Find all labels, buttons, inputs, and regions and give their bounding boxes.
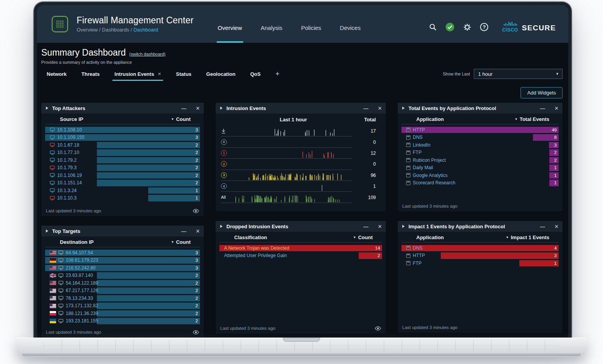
breadcrumb-path[interactable]: Overview / Dashboards /	[77, 27, 133, 33]
minimize-widget-icon[interactable]: —	[181, 228, 186, 234]
column-header-sorted[interactable]: ▼Total Events	[515, 116, 549, 122]
minimize-widget-icon[interactable]: —	[181, 105, 186, 111]
row-link[interactable]: 76.13.234.33	[66, 296, 93, 301]
row-link[interactable]: 10.1.67.18	[57, 142, 79, 148]
row-link[interactable]: 108.61.179.223	[66, 257, 98, 263]
row-count: 1	[196, 196, 198, 200]
close-widget-icon[interactable]: ✕	[378, 224, 382, 229]
row-link[interactable]: 216.52.242.80	[66, 265, 96, 271]
column-header[interactable]: Destination IP	[60, 239, 94, 245]
total-column-label[interactable]: Total	[352, 117, 380, 122]
tab-geolocation[interactable]: Geolocation	[206, 65, 235, 82]
row-link[interactable]: Daily Mail	[413, 165, 433, 170]
row-link[interactable]: 10.1.108.10	[57, 127, 82, 133]
tab-threats[interactable]: Threats	[81, 65, 100, 82]
column-header-sorted[interactable]: ▼Count	[353, 234, 373, 240]
switch-dashboard-link[interactable]: (switch dashboard)	[129, 52, 165, 56]
minimize-widget-icon[interactable]: —	[540, 224, 545, 229]
cisco-logo: cisco	[502, 21, 518, 33]
column-header[interactable]: Classification	[234, 234, 267, 240]
column-header[interactable]: Application	[416, 116, 444, 122]
widget-grid: Top Attackers — ✕ Source IP ▼Count 10.1.…	[41, 103, 563, 338]
row-link[interactable]: 10.1.3.24	[57, 188, 77, 193]
row-link[interactable]: 10.1.79.2	[57, 158, 77, 163]
sev-3-icon: 3	[221, 172, 235, 178]
row-link[interactable]: FTP	[413, 261, 422, 266]
severity-badge: 3	[221, 172, 227, 178]
row-link[interactable]: LinkedIn	[413, 142, 430, 148]
row-link[interactable]: Google Analytics	[413, 173, 447, 178]
nav-item-devices[interactable]: Devices	[340, 13, 361, 43]
value-bar	[97, 164, 200, 171]
eye-icon[interactable]	[193, 209, 199, 213]
row-link[interactable]: DNS	[413, 135, 422, 140]
gear-icon[interactable]	[463, 23, 472, 32]
collapse-caret-icon[interactable]	[46, 107, 48, 110]
close-tab-icon[interactable]: ✕	[158, 72, 161, 77]
row-link[interactable]: 54.164.122.189	[66, 280, 98, 286]
severity-track: 3	[221, 170, 352, 181]
row-link[interactable]: 10.1.77.10	[57, 150, 79, 155]
nav-item-policies[interactable]: Policies	[301, 13, 321, 43]
column-header-sorted[interactable]: ▼Count	[171, 239, 191, 245]
row-link[interactable]: HTTP	[413, 127, 425, 133]
us-flag-icon	[50, 266, 56, 270]
collapse-caret-icon[interactable]	[220, 107, 223, 110]
last-updated-text: Last updated 3 minutes ago	[220, 326, 275, 331]
eye-icon[interactable]	[193, 330, 199, 334]
column-header-sorted[interactable]: ▼Impact 1 Events	[506, 234, 549, 240]
row-link[interactable]: 64.94.107.54	[66, 250, 93, 256]
close-widget-icon[interactable]: ✕	[554, 105, 559, 111]
nav-item-overview[interactable]: Overview	[218, 13, 242, 43]
collapse-caret-icon[interactable]	[46, 229, 48, 233]
add-widgets-button[interactable]: Add Widgets	[521, 87, 563, 98]
help-icon[interactable]: ?	[480, 23, 489, 32]
column-header[interactable]: Source IP	[60, 116, 83, 122]
table-row: 64.94.107.543	[45, 249, 200, 257]
collapse-caret-icon[interactable]	[402, 107, 405, 110]
host-icon	[58, 281, 63, 285]
close-widget-icon[interactable]: ✕	[378, 105, 382, 111]
row-link[interactable]: 67.217.177.126	[66, 288, 98, 293]
row-link[interactable]: 23.63.87.140	[66, 273, 93, 278]
collapse-caret-icon[interactable]	[402, 225, 405, 228]
tab-intrusion-events[interactable]: Intrusion Events✕	[114, 65, 161, 82]
add-tab-button[interactable]: +	[275, 70, 280, 78]
search-icon[interactable]	[428, 23, 438, 32]
row-link[interactable]: Attempted User Privilege Gain	[224, 253, 287, 258]
row-link[interactable]: 188.121.36.239	[66, 311, 98, 316]
tab-network[interactable]: Network	[47, 65, 67, 82]
time-range-dropdown[interactable]: 1 hour ▼	[474, 69, 563, 79]
minimize-widget-icon[interactable]: —	[363, 224, 368, 229]
widget-body: Classification ▼Count A Network Trojan w…	[216, 232, 386, 334]
row-link[interactable]: 193.23.181.155	[66, 318, 98, 324]
eye-icon[interactable]	[375, 326, 381, 331]
close-widget-icon[interactable]: ✕	[554, 224, 559, 229]
row-link[interactable]: DNS	[413, 245, 422, 251]
row-count: 2	[196, 165, 198, 170]
column-header[interactable]: Application	[416, 234, 444, 240]
minimize-widget-icon[interactable]: —	[363, 105, 368, 111]
collapse-caret-icon[interactable]	[220, 225, 223, 228]
row-link[interactable]: 10.1.151.14	[57, 180, 82, 186]
row-link[interactable]: 173.171.132.82	[66, 303, 98, 308]
close-widget-icon[interactable]: ✕	[196, 228, 200, 234]
row-link[interactable]: 10.1.10.3	[57, 195, 77, 201]
nav-item-analysis[interactable]: Analysis	[261, 13, 282, 43]
row-link[interactable]: A Network Trojan was Detected	[224, 245, 289, 251]
health-status-icon[interactable]	[445, 23, 455, 32]
row-link[interactable]: Scorecard Research	[413, 180, 455, 186]
tab-status[interactable]: Status	[176, 65, 191, 82]
column-header-sorted[interactable]: ▼Count	[171, 116, 191, 122]
minimize-widget-icon[interactable]: —	[540, 105, 545, 111]
row-link[interactable]: Rubicon Project	[413, 158, 446, 163]
row-link[interactable]: 10.1.79.3	[57, 165, 77, 170]
row-link[interactable]: 10.1.106.19	[57, 173, 82, 178]
tab-qos[interactable]: QoS	[250, 65, 261, 82]
value-bar	[97, 318, 200, 324]
row-link[interactable]: FTP	[413, 150, 422, 155]
row-link[interactable]: 10.1.109.155	[57, 135, 84, 140]
close-widget-icon[interactable]: ✕	[196, 105, 200, 111]
row-link[interactable]: HTTP	[413, 253, 425, 258]
application-icon	[406, 150, 410, 155]
